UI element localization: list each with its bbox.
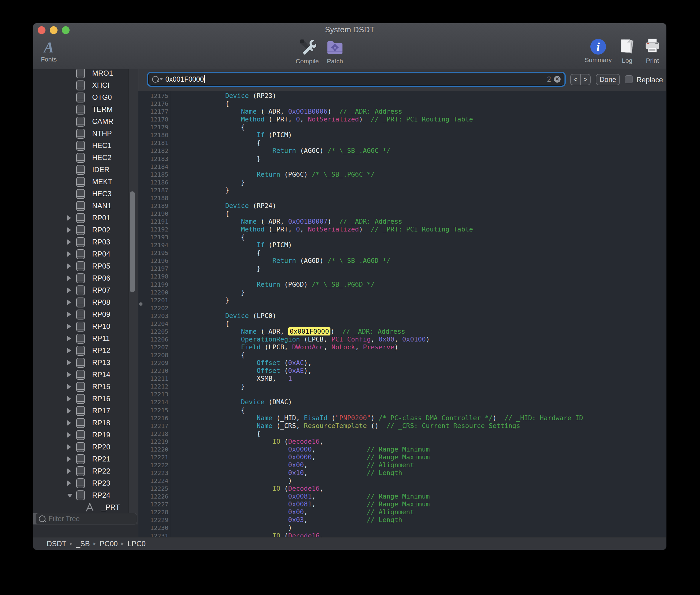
code-line (178, 273, 666, 280)
line-number: 12205 (138, 328, 171, 336)
chevron-right-icon[interactable] (67, 396, 76, 401)
sidebar-item-camr[interactable]: CAMR (33, 115, 138, 128)
sidebar-item-rp23[interactable]: RP23 (33, 477, 138, 489)
code-editor[interactable]: 1217512176121771217812179121801218112182… (138, 91, 666, 537)
chevron-right-icon[interactable] (67, 432, 76, 438)
chevron-right-icon[interactable] (67, 251, 76, 257)
chevron-right-icon[interactable] (67, 480, 76, 486)
sidebar-item-label: RP02 (92, 226, 110, 234)
search-icon (39, 515, 45, 522)
sidebar-item-rp02[interactable]: RP02 (33, 224, 138, 236)
code-line: ) (178, 524, 666, 532)
search-options-chevron-icon[interactable] (160, 78, 163, 80)
filter-tree-input[interactable]: Filter Tree (35, 513, 137, 525)
fonts-button[interactable]: A Fonts (35, 40, 63, 63)
sidebar-item-rp11[interactable]: RP11 (33, 333, 138, 344)
sidebar-item-rp01[interactable]: RP01 (33, 212, 138, 224)
sidebar-scrollbar-thumb[interactable] (130, 191, 135, 292)
sidebar-item-term[interactable]: TERM (33, 104, 138, 115)
chevron-right-icon[interactable] (67, 408, 76, 414)
chevron-right-icon[interactable] (67, 227, 76, 233)
sidebar-item-hec3[interactable]: HEC3 (33, 188, 138, 200)
chevron-right-icon[interactable] (67, 276, 76, 281)
chevron-right-icon[interactable] (67, 444, 76, 450)
sidebar-item-rp20[interactable]: RP20 (33, 441, 138, 453)
sidebar-item-rp05[interactable]: RP05 (33, 260, 138, 272)
find-input[interactable]: 0x001F0000 2 ✕ (149, 73, 564, 85)
line-number: 12223 (138, 469, 171, 477)
sidebar-item-rp08[interactable]: RP08 (33, 296, 138, 308)
sidebar-item-rp24[interactable]: RP24 (33, 489, 138, 501)
sidebar-item-rp06[interactable]: RP06 (33, 272, 138, 284)
sidebar-item-hec1[interactable]: HEC1 (33, 140, 138, 151)
breadcrumb-item-_sb[interactable]: _SB (76, 540, 90, 548)
sidebar-item-rp16[interactable]: RP16 (33, 393, 138, 405)
code-line: Method (_PRT, 0, NotSerialized) // _PRT:… (178, 115, 666, 123)
clear-search-button[interactable]: ✕ (554, 76, 560, 83)
sidebar-item-nan1[interactable]: NAN1 (33, 200, 138, 212)
find-previous-button[interactable]: < (571, 75, 580, 85)
sidebar-item-rp09[interactable]: RP09 (33, 308, 138, 320)
breadcrumb-item-dsdt[interactable]: DSDT (47, 540, 66, 548)
done-button[interactable]: Done (596, 74, 620, 85)
sidebar-item-rp10[interactable]: RP10 (33, 320, 138, 333)
chevron-right-icon[interactable] (67, 372, 76, 377)
sidebar-item-rp19[interactable]: RP19 (33, 429, 138, 441)
chevron-right-icon[interactable] (67, 420, 76, 426)
sidebar-item-rp17[interactable]: RP17 (33, 405, 138, 417)
sidebar-item-mro1[interactable]: MRO1 (33, 69, 138, 79)
code-line: } (178, 265, 666, 273)
sidebar-item-rp13[interactable]: RP13 (33, 357, 138, 369)
disclosure-triangle (67, 300, 71, 305)
breadcrumb-item-lpc0[interactable]: LPC0 (127, 540, 146, 548)
chevron-down-icon[interactable] (67, 493, 76, 498)
breadcrumb-item-pc00[interactable]: PC00 (100, 540, 118, 548)
code-line: Name (_HID, EisaId ("PNP0200") /* PC-cla… (178, 414, 666, 422)
code-line: 0x0000, // Range Minimum (178, 446, 666, 453)
chevron-right-icon[interactable] (67, 263, 76, 269)
sidebar-item-rp07[interactable]: RP07 (33, 284, 138, 296)
chevron-right-icon[interactable] (67, 360, 76, 365)
chevron-right-icon[interactable] (67, 312, 76, 317)
find-nav-segmented-control: < > (570, 74, 591, 85)
line-number: 12227 (138, 500, 171, 508)
sidebar-item-nthp[interactable]: NTHP (33, 128, 138, 140)
print-button[interactable]: Print (639, 38, 666, 64)
log-button[interactable]: Log (613, 38, 641, 64)
sidebar-item-hec2[interactable]: HEC2 (33, 151, 138, 164)
sidebar-item-rp21[interactable]: RP21 (33, 453, 138, 465)
chevron-right-icon[interactable] (67, 300, 76, 305)
sidebar-item-rp15[interactable]: RP15 (33, 381, 138, 393)
sidebar-item-rp12[interactable]: RP12 (33, 344, 138, 357)
chevron-right-icon[interactable] (67, 215, 76, 221)
line-number: 12196 (138, 257, 171, 265)
pane-divider-handle[interactable] (139, 302, 143, 306)
chevron-right-icon[interactable] (67, 324, 76, 329)
sidebar-item-otg0[interactable]: OTG0 (33, 91, 138, 104)
code-line: } (178, 186, 666, 194)
device-icon (76, 237, 85, 247)
sidebar-item-rp14[interactable]: RP14 (33, 369, 138, 381)
chevron-right-icon[interactable] (67, 239, 76, 245)
sidebar-item-rp22[interactable]: RP22 (33, 465, 138, 477)
sidebar-scrollbar-track[interactable] (128, 69, 138, 525)
sidebar-item-rp04[interactable]: RP04 (33, 248, 138, 260)
chevron-right-icon[interactable] (67, 469, 76, 474)
sidebar-item-rp03[interactable]: RP03 (33, 236, 138, 248)
chevron-right-icon[interactable] (67, 348, 76, 353)
sidebar-item-label: RP23 (92, 479, 110, 487)
compile-button[interactable]: Compile (293, 38, 321, 65)
sidebar-item-xhci[interactable]: XHCI (33, 79, 138, 91)
sidebar-item-_prt[interactable]: _PRT (33, 501, 138, 513)
chevron-right-icon[interactable] (67, 456, 76, 462)
replace-checkbox[interactable] (625, 75, 633, 83)
sidebar-item-mekt[interactable]: MEKT (33, 176, 138, 188)
chevron-right-icon[interactable] (67, 384, 76, 390)
patch-button[interactable]: Patch (321, 38, 349, 65)
chevron-right-icon[interactable] (67, 288, 76, 293)
sidebar-item-rp18[interactable]: RP18 (33, 417, 138, 429)
sidebar-item-ider[interactable]: IDER (33, 164, 138, 176)
chevron-right-icon[interactable] (67, 336, 76, 341)
summary-button[interactable]: i Summary (584, 38, 612, 64)
find-next-button[interactable]: > (581, 75, 590, 85)
